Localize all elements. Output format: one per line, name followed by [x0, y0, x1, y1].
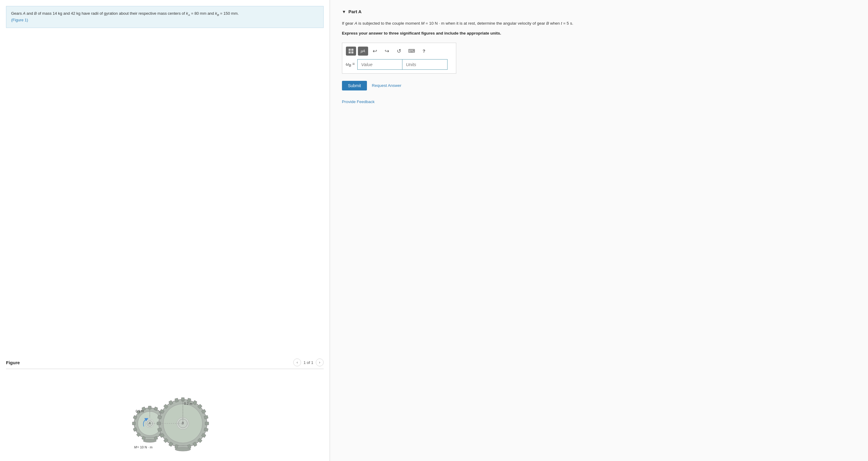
mu-label: μA — [361, 49, 365, 53]
matrix-icon — [348, 48, 354, 54]
figure-link[interactable]: (Figure 1) — [11, 18, 28, 22]
part-title: Part A — [349, 9, 362, 14]
svg-text:0.2 m: 0.2 m — [184, 402, 192, 405]
svg-rect-3 — [148, 406, 151, 409]
svg-text:0.1 m: 0.1 m — [136, 409, 144, 413]
svg-point-52 — [175, 448, 191, 451]
svg-rect-62 — [351, 49, 353, 51]
svg-text:A: A — [148, 421, 151, 425]
svg-text:= 10 N · m: = 10 N · m — [137, 446, 153, 449]
svg-point-21 — [143, 439, 156, 442]
omega-label: ωB = — [346, 62, 355, 67]
value-input[interactable] — [357, 59, 402, 70]
feedback-link[interactable]: Provide Feedback — [342, 99, 856, 104]
problem-text: Gears A and B of mass 14 kg and 42 kg ha… — [11, 11, 239, 15]
toolbar: μA ↩ ↪ ↺ ⌨ ? — [346, 46, 452, 56]
svg-rect-15 — [132, 422, 135, 425]
left-panel: Gears A and B of mass 14 kg and 42 kg ha… — [0, 0, 330, 461]
right-panel: ▼ Part A If gear A is subjected to the c… — [330, 0, 868, 461]
figure-section: Figure ‹ 1 of 1 › — [6, 359, 323, 455]
svg-rect-61 — [349, 49, 351, 51]
question-instruction: Express your answer to three significant… — [342, 30, 856, 37]
keyboard-button[interactable]: ⌨ — [406, 46, 417, 56]
svg-rect-63 — [349, 52, 351, 54]
units-input[interactable] — [402, 59, 447, 70]
problem-statement: Gears A and B of mass 14 kg and 42 kg ha… — [6, 6, 323, 28]
action-row: Submit Request Answer — [342, 81, 856, 91]
reset-button[interactable]: ↺ — [394, 46, 404, 56]
svg-rect-64 — [351, 52, 353, 54]
svg-rect-32 — [205, 422, 209, 425]
part-header: ▼ Part A — [342, 9, 856, 14]
collapse-icon[interactable]: ▼ — [342, 9, 346, 14]
undo-button[interactable]: ↩ — [370, 46, 380, 56]
next-figure-button[interactable]: › — [316, 359, 323, 366]
matrix-button[interactable] — [346, 46, 356, 56]
question-text: If gear A is subjected to the couple mom… — [342, 20, 856, 27]
mu-button[interactable]: μA — [358, 46, 368, 56]
redo-button[interactable]: ↪ — [382, 46, 392, 56]
answer-box: μA ↩ ↪ ↺ ⌨ ? ωB = — [342, 43, 456, 74]
svg-text:M: M — [134, 446, 137, 449]
figure-count: 1 of 1 — [304, 360, 313, 365]
request-answer-link[interactable]: Request Answer — [372, 83, 401, 88]
figure-image: A — [6, 374, 323, 455]
gear-svg: A — [114, 380, 216, 452]
help-button[interactable]: ? — [419, 46, 429, 56]
figure-title: Figure — [6, 360, 20, 365]
figure-nav: ‹ 1 of 1 › — [293, 359, 323, 366]
figure-header: Figure ‹ 1 of 1 › — [6, 359, 323, 369]
prev-figure-button[interactable]: ‹ — [293, 359, 301, 366]
input-row: ωB = — [346, 59, 452, 70]
submit-button[interactable]: Submit — [342, 81, 367, 91]
